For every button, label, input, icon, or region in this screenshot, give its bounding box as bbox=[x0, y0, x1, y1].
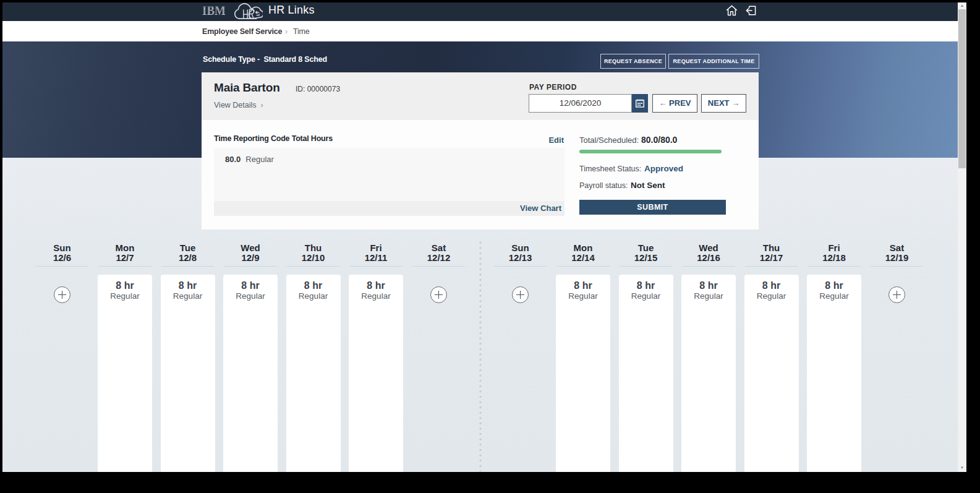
svg-text:IBM: IBM bbox=[202, 5, 226, 17]
